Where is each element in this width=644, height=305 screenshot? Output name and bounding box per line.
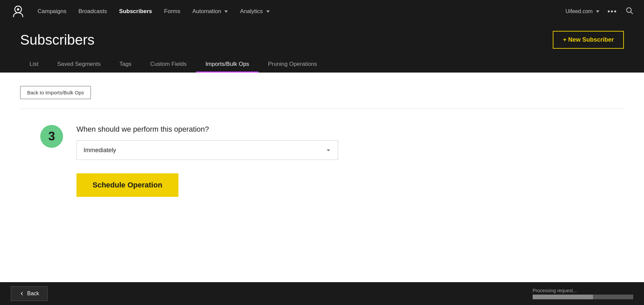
tab-tags[interactable]: Tags: [110, 57, 141, 73]
workspace-chevron-icon: [596, 10, 599, 13]
nav-campaigns[interactable]: Campaigns: [38, 8, 66, 15]
nav-forms[interactable]: Forms: [164, 8, 180, 15]
processing-bar-fill: [533, 295, 593, 299]
step-section: 3 When should we perform this operation?…: [20, 118, 624, 197]
tabs-row: List Saved Segments Tags Custom Fields I…: [20, 57, 624, 73]
content-area: Back to Imports/Bulk Ops 3 When should w…: [0, 73, 644, 288]
processing-text: Processing request...: [533, 288, 633, 293]
step-badge: 3: [40, 125, 63, 148]
nav-broadcasts[interactable]: Broadcasts: [78, 8, 107, 15]
workspace-selector[interactable]: Uifeed.com: [566, 8, 599, 14]
top-navigation: Campaigns Broadcasts Subscribers Forms A…: [0, 0, 644, 23]
tab-custom-fields[interactable]: Custom Fields: [141, 57, 196, 73]
tab-pruning-operations[interactable]: Pruning Operations: [259, 57, 326, 73]
header-section: Subscribers + New Subscriber List Saved …: [0, 23, 644, 73]
page-title: Subscribers: [20, 32, 95, 48]
svg-line-3: [631, 12, 633, 14]
logo[interactable]: [11, 4, 25, 19]
processing-wrapper: Processing request...: [533, 288, 633, 299]
nav-right: Uifeed.com •••: [566, 6, 633, 16]
svg-point-1: [17, 8, 19, 11]
workspace-name: Uifeed.com: [566, 8, 593, 14]
dots-menu[interactable]: •••: [607, 7, 617, 16]
automation-chevron-icon: [224, 10, 228, 13]
step-question: When should we perform this operation?: [76, 125, 338, 134]
back-arrow-icon: [19, 291, 24, 296]
nav-analytics[interactable]: Analytics: [240, 8, 269, 15]
divider: [20, 108, 624, 109]
search-icon[interactable]: [625, 6, 633, 16]
new-subscriber-button[interactable]: + New Subscriber: [553, 31, 624, 49]
nav-automation[interactable]: Automation: [192, 8, 228, 15]
tab-imports-bulk-ops[interactable]: Imports/Bulk Ops: [196, 57, 259, 73]
back-to-imports-button[interactable]: Back to Imports/Bulk Ops: [20, 86, 91, 99]
tab-list[interactable]: List: [20, 57, 48, 73]
tab-saved-segments[interactable]: Saved Segments: [48, 57, 110, 73]
processing-bar: [533, 295, 633, 299]
nav-links: Campaigns Broadcasts Subscribers Forms A…: [38, 8, 270, 15]
schedule-operation-button[interactable]: Schedule Operation: [76, 173, 178, 197]
nav-left: Campaigns Broadcasts Subscribers Forms A…: [11, 4, 270, 19]
timing-select[interactable]: Immediately Scheduled: [76, 140, 338, 160]
step-content: When should we perform this operation? I…: [76, 125, 338, 197]
page-title-row: Subscribers + New Subscriber: [20, 31, 624, 57]
analytics-chevron-icon: [266, 10, 270, 13]
back-bottom-button[interactable]: Back: [11, 286, 48, 301]
back-bottom-label: Back: [27, 291, 39, 297]
nav-subscribers[interactable]: Subscribers: [119, 8, 152, 15]
bottom-bar: Back Processing request...: [0, 282, 644, 305]
